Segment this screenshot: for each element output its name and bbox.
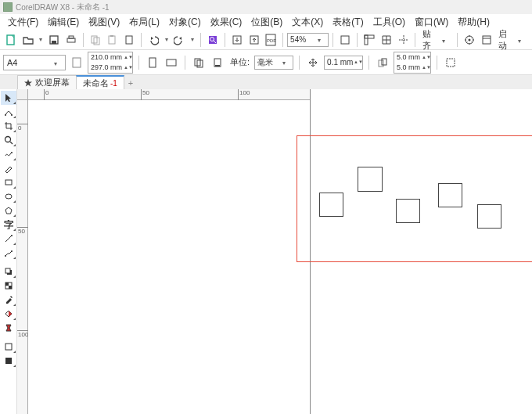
treat-as-filled-button[interactable] bbox=[443, 55, 458, 70]
svg-rect-50 bbox=[5, 358, 12, 364]
paste-button[interactable] bbox=[105, 32, 120, 48]
menu-object[interactable]: 对象(C) bbox=[169, 16, 201, 29]
app-logo-icon bbox=[3, 2, 13, 12]
menu-view[interactable]: 视图(V) bbox=[88, 16, 120, 29]
duplicate-distance[interactable]: 5.0 mm▲▼ 5.0 mm▲▼ bbox=[394, 52, 431, 74]
standard-toolbar: PDF 54% 贴齐 启动 bbox=[0, 30, 532, 50]
all-pages-button[interactable] bbox=[191, 55, 207, 70]
redo-button[interactable] bbox=[172, 32, 188, 48]
fill-dropdown[interactable] bbox=[1, 354, 16, 368]
svg-point-40 bbox=[5, 194, 12, 199]
menu-layout[interactable]: 布局(L) bbox=[129, 16, 160, 29]
vertical-ruler[interactable]: 050100150 bbox=[17, 100, 28, 414]
crop-tool[interactable] bbox=[1, 119, 16, 133]
rectangle-shape[interactable] bbox=[477, 204, 501, 229]
save-button[interactable] bbox=[46, 32, 62, 48]
star-icon bbox=[24, 79, 32, 87]
menu-text[interactable]: 文本(X) bbox=[292, 16, 323, 29]
svg-rect-9 bbox=[126, 36, 132, 44]
menu-table[interactable]: 表格(T) bbox=[332, 16, 363, 29]
orientation-portrait-button[interactable] bbox=[145, 55, 160, 70]
svg-rect-4 bbox=[69, 36, 74, 38]
clipboard-button[interactable] bbox=[121, 32, 137, 48]
parallel-dimension-tool[interactable] bbox=[1, 232, 16, 246]
eyedropper-tool[interactable] bbox=[1, 293, 16, 307]
svg-rect-17 bbox=[341, 36, 349, 44]
svg-point-43 bbox=[11, 235, 13, 236]
new-button[interactable] bbox=[3, 32, 19, 48]
show-rulers-button[interactable] bbox=[361, 32, 377, 48]
zoom-tool[interactable] bbox=[1, 133, 16, 147]
drop-shadow-tool[interactable] bbox=[1, 265, 16, 279]
artistic-media-tool[interactable] bbox=[1, 161, 16, 175]
export-button[interactable] bbox=[246, 32, 262, 48]
redo-dropdown[interactable] bbox=[189, 32, 196, 48]
svg-rect-2 bbox=[52, 41, 56, 44]
polygon-tool[interactable] bbox=[1, 203, 16, 218]
rectangle-shape[interactable] bbox=[438, 183, 462, 207]
ruler-origin-button[interactable] bbox=[17, 89, 28, 100]
doc-title: 未命名 bbox=[77, 2, 100, 13]
open-dropdown[interactable] bbox=[37, 32, 45, 48]
nudge-distance-input[interactable]: 0.1 mm▲▼ bbox=[324, 56, 363, 70]
title-bar: CorelDRAW X8 - 未命名 -1 bbox=[0, 0, 532, 14]
pick-tool[interactable] bbox=[1, 91, 16, 105]
zoom-level-input[interactable]: 54% bbox=[287, 33, 329, 47]
rectangle-tool[interactable] bbox=[1, 175, 16, 189]
current-page-button[interactable] bbox=[210, 55, 225, 70]
app-launcher-button[interactable] bbox=[479, 32, 494, 48]
interactive-fill-tool[interactable] bbox=[1, 307, 16, 321]
menu-file[interactable]: 文件(F) bbox=[8, 16, 38, 29]
app-title: CorelDRAW X8 bbox=[16, 3, 70, 12]
menu-help[interactable]: 帮助(H) bbox=[458, 16, 490, 29]
page-dimensions[interactable]: 210.0 mm▲▼ 297.0 mm▲▼ bbox=[88, 52, 133, 74]
ellipse-tool[interactable] bbox=[1, 189, 16, 203]
connector-tool[interactable] bbox=[1, 246, 16, 260]
rectangle-shape[interactable] bbox=[358, 167, 383, 192]
add-tab-button[interactable]: + bbox=[124, 77, 138, 89]
transparency-tool[interactable] bbox=[1, 279, 16, 293]
show-guides-button[interactable] bbox=[396, 32, 412, 48]
duplicate-distance-icon bbox=[375, 55, 390, 70]
rectangle-shape[interactable] bbox=[396, 199, 420, 223]
svg-rect-32 bbox=[382, 59, 386, 65]
svg-point-35 bbox=[11, 114, 13, 116]
svg-point-21 bbox=[468, 38, 470, 41]
canvas-area[interactable]: 050100150200250 050100150 bbox=[17, 89, 532, 414]
copy-button[interactable] bbox=[88, 32, 103, 48]
tab-document[interactable]: 未命名-1 bbox=[76, 75, 124, 89]
open-button[interactable] bbox=[20, 32, 36, 48]
text-tool[interactable]: 字 bbox=[1, 218, 16, 232]
freehand-tool[interactable] bbox=[1, 147, 16, 161]
menu-tools[interactable]: 工具(O) bbox=[373, 16, 405, 29]
show-grid-button[interactable] bbox=[379, 32, 394, 48]
svg-line-42 bbox=[5, 236, 12, 242]
menu-effects[interactable]: 效果(C) bbox=[210, 16, 243, 29]
orientation-landscape-button[interactable] bbox=[164, 55, 179, 70]
smart-fill-tool[interactable] bbox=[1, 321, 16, 335]
print-button[interactable] bbox=[63, 32, 79, 48]
undo-dropdown[interactable] bbox=[163, 32, 171, 48]
menu-bitmaps[interactable]: 位图(B) bbox=[251, 16, 282, 29]
svg-point-44 bbox=[5, 255, 6, 257]
drawing-canvas[interactable] bbox=[28, 100, 532, 414]
tab-welcome[interactable]: 欢迎屏幕 bbox=[17, 75, 77, 89]
rectangle-shape[interactable] bbox=[319, 193, 343, 217]
menu-window[interactable]: 窗口(W) bbox=[415, 16, 448, 29]
options-button[interactable] bbox=[462, 32, 477, 48]
nudge-icon bbox=[305, 55, 321, 70]
page-size-preset[interactable]: A4 bbox=[3, 55, 66, 70]
snap-to-button[interactable]: 贴齐 bbox=[419, 28, 453, 52]
svg-rect-24 bbox=[73, 58, 81, 67]
publish-pdf-button[interactable]: PDF bbox=[263, 32, 279, 48]
undo-button[interactable] bbox=[146, 32, 161, 48]
outline-pen-dropdown[interactable] bbox=[1, 340, 16, 354]
menu-edit[interactable]: 编辑(E) bbox=[48, 16, 79, 29]
shape-tool[interactable] bbox=[1, 105, 16, 119]
document-tab-strip: 欢迎屏幕 未命名-1 + bbox=[0, 75, 532, 89]
fullscreen-button[interactable] bbox=[337, 32, 353, 48]
launch-button[interactable]: 启动 bbox=[495, 28, 529, 52]
units-select[interactable]: 毫米 bbox=[254, 56, 293, 70]
search-button[interactable] bbox=[205, 32, 221, 48]
import-button[interactable] bbox=[229, 32, 245, 48]
